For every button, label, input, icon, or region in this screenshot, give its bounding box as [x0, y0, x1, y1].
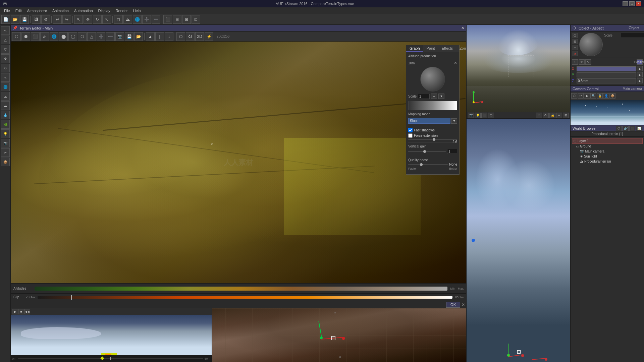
clip-gradient[interactable]: [38, 296, 452, 299]
obj-icon-3[interactable]: ↔: [572, 45, 578, 50]
terrain-tb-1[interactable]: ⬡: [12, 32, 21, 41]
vt-z[interactable]: Z: [536, 113, 542, 118]
obj-icon-2[interactable]: ⊞: [572, 39, 578, 44]
render-opt-btn[interactable]: ⚙: [41, 15, 50, 24]
redo-btn[interactable]: ↪: [62, 15, 71, 24]
move-btn[interactable]: ✥: [84, 15, 92, 24]
view4-btn[interactable]: ⊡: [192, 15, 200, 24]
scale-input[interactable]: [418, 94, 430, 99]
terrain-tb-12[interactable]: 📷: [115, 32, 124, 41]
vt-2[interactable]: 💡: [475, 113, 481, 118]
tree-sunlight[interactable]: ☀ Sun light: [572, 154, 643, 159]
x-input[interactable]: [577, 66, 636, 71]
tree-layer1[interactable]: ⬡ Layer 1: [572, 138, 643, 144]
tab-graph[interactable]: Graph: [406, 45, 423, 52]
scale-down-btn[interactable]: ▼: [438, 94, 444, 99]
scl-icon[interactable]: ⤡: [585, 59, 591, 65]
terrain-viewport[interactable]: 人人素材 Graph Paint Effects Zones: [11, 42, 466, 283]
y-input[interactable]: [577, 72, 636, 77]
terrain-tb-15[interactable]: ▲: [146, 32, 155, 41]
minus-btn[interactable]: ➖: [152, 15, 160, 24]
terrain-tb-4[interactable]: 🖊: [40, 32, 49, 41]
sidebar-btn-3[interactable]: ▽: [1, 45, 10, 54]
wb-tb-2[interactable]: 🔗: [623, 126, 629, 131]
x-up[interactable]: ▲: [637, 66, 643, 71]
terrain-tb-17[interactable]: ↕: [165, 32, 173, 41]
sidebar-btn-4[interactable]: ✥: [1, 54, 10, 63]
altitude-close-btn[interactable]: ✕: [454, 61, 457, 65]
vt-7[interactable]: ✏: [556, 113, 562, 118]
fast-shadows-check[interactable]: [408, 128, 413, 132]
terrain-tb-7[interactable]: ◯: [68, 32, 77, 41]
terrain-tb-10[interactable]: ➕: [97, 32, 105, 41]
scale-prop-input[interactable]: 3.9063: [621, 33, 644, 38]
wb-tb-3[interactable]: ⬛: [629, 126, 635, 131]
terrain-tb-2[interactable]: ⬢: [21, 32, 30, 41]
vertical-gain-track[interactable]: [408, 151, 446, 152]
terrain-tb-6[interactable]: ⬤: [59, 32, 68, 41]
wb-tb-4[interactable]: 📊: [636, 126, 642, 131]
tree-terrain[interactable]: ⛰ Procedural terrain: [572, 159, 643, 164]
cam-tb-2[interactable]: ↩: [578, 93, 584, 99]
menu-file[interactable]: File: [1, 8, 13, 13]
vt-4[interactable]: ⬡: [488, 113, 494, 118]
menu-display[interactable]: Display: [96, 8, 113, 13]
sidebar-btn-7[interactable]: 🌐: [1, 82, 10, 91]
menu-atmosphere[interactable]: Atmosphere: [24, 8, 50, 13]
vt-1[interactable]: 📷: [468, 113, 474, 118]
object-btn[interactable]: ◻: [114, 15, 123, 24]
quality-boost-track[interactable]: [408, 164, 448, 165]
obj-icon-1[interactable]: ⬡: [572, 33, 578, 38]
sidebar-btn-12[interactable]: 💡: [1, 129, 10, 138]
sidebar-btn-2[interactable]: △: [1, 36, 10, 44]
sidebar-btn-11[interactable]: 🌿: [1, 120, 10, 129]
terrain-tb-5[interactable]: 🌐: [50, 32, 58, 41]
rot-icon[interactable]: ↻: [579, 59, 585, 65]
render-btn[interactable]: 🖼: [32, 15, 41, 24]
cam-tb-3[interactable]: 🔍: [590, 93, 596, 99]
tab-paint[interactable]: Paint: [423, 45, 438, 52]
vertical-gain-thumb[interactable]: [423, 150, 426, 153]
tree-ground[interactable]: ▭ Ground: [572, 144, 643, 149]
tree-camera[interactable]: 📷 Main camera: [572, 149, 643, 154]
terrain-close-x[interactable]: ✕: [462, 302, 465, 307]
terrain-tb-19[interactable]: 🗘: [186, 32, 195, 41]
menu-help[interactable]: Help: [130, 8, 144, 13]
rewind-btn[interactable]: ◀◀: [24, 309, 30, 314]
scale-up-btn[interactable]: ▲: [431, 94, 437, 99]
z-up[interactable]: ▲: [637, 78, 643, 83]
titlebar-controls[interactable]: — □ ✕: [623, 1, 641, 6]
select-btn[interactable]: ↖: [74, 15, 83, 24]
terrain-tb-3[interactable]: ⬛: [31, 32, 40, 41]
pos-icon[interactable]: ↕: [572, 59, 578, 65]
z-input[interactable]: [577, 78, 636, 83]
new-btn[interactable]: 📄: [1, 15, 10, 24]
pos-btn[interactable]: Position: [637, 59, 643, 65]
tab-zones[interactable]: Zones: [456, 45, 466, 52]
ok-button[interactable]: OK: [446, 302, 460, 308]
maximize-button[interactable]: □: [629, 1, 635, 6]
menu-automation[interactable]: Automation: [71, 8, 96, 13]
terrain-tb-16[interactable]: |: [155, 32, 164, 41]
force-extension-check[interactable]: [408, 133, 413, 138]
vt-6[interactable]: 🔒: [549, 113, 555, 118]
vertical-gain-input[interactable]: [447, 149, 457, 154]
vt-8[interactable]: ⊠: [563, 113, 569, 118]
terrain-tb-20[interactable]: 2D: [195, 32, 204, 41]
menu-animation[interactable]: Animation: [50, 8, 71, 13]
menu-edit[interactable]: Edit: [13, 8, 24, 13]
stop-btn[interactable]: ■: [18, 309, 24, 314]
sidebar-btn-8[interactable]: ☁: [1, 92, 10, 101]
terrain-tb-11[interactable]: ➖: [106, 32, 115, 41]
cam-tb-play[interactable]: ▶: [584, 93, 590, 99]
mapping-dropdown-btn[interactable]: ▼: [451, 118, 457, 124]
view3-btn[interactable]: ⊞: [182, 15, 191, 24]
terrain-tb-18[interactable]: ⬡: [176, 32, 185, 41]
y-up[interactable]: ▲: [637, 72, 643, 77]
cam-tb-1[interactable]: ⬡: [571, 93, 577, 99]
minimize-button[interactable]: —: [623, 1, 628, 6]
sidebar-btn-1[interactable]: ↖: [1, 26, 10, 35]
force-extension-thumb[interactable]: [433, 138, 435, 141]
cam-tb-4[interactable]: 🔒: [597, 93, 603, 99]
view1-btn[interactable]: ⬛: [163, 15, 172, 24]
